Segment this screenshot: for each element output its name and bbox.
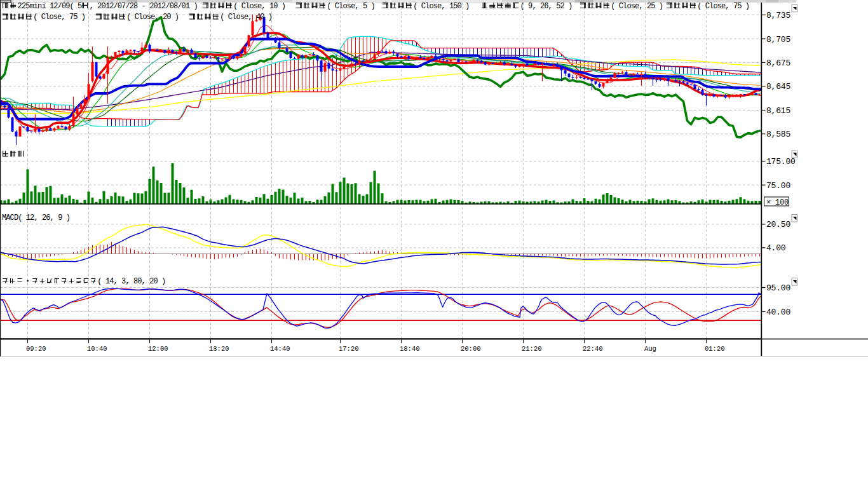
svg-text:8,705: 8,705: [766, 35, 790, 44]
svg-text:( Close, 25 ): ( Close, 25 ): [611, 2, 663, 11]
svg-text:14:40: 14:40: [270, 345, 290, 353]
svg-text:10:40: 10:40: [87, 345, 107, 353]
svg-text:( Close, 10 ): ( Close, 10 ): [233, 2, 285, 11]
svg-text:12:00: 12:00: [148, 345, 168, 353]
svg-text:8,585: 8,585: [766, 130, 790, 139]
svg-text:( 14, 3, 80, 20 ): ( 14, 3, 80, 20 ): [97, 277, 165, 286]
svg-text:( Close, 20 ): ( Close, 20 ): [126, 13, 179, 22]
svg-text:40.00: 40.00: [766, 308, 790, 317]
svg-text:95.00: 95.00: [766, 283, 790, 293]
svg-text:( 9, 26, 52 ): ( 9, 26, 52 ): [520, 2, 573, 11]
svg-text:× 100: × 100: [766, 198, 789, 207]
svg-text:20.50: 20.50: [766, 220, 790, 229]
svg-text:17:20: 17:20: [339, 345, 359, 353]
svg-text:8,735: 8,735: [766, 11, 790, 20]
svg-text:MACD( 12, 26, 9 ): MACD( 12, 26, 9 ): [2, 214, 70, 222]
svg-text:21:20: 21:20: [522, 345, 542, 353]
svg-text:Aug: Aug: [644, 345, 656, 353]
svg-text:175.00: 175.00: [766, 157, 796, 166]
svg-text:225mini 12/09( 5: 225mini 12/09( 5: [18, 2, 83, 11]
svg-text:8,645: 8,645: [766, 82, 790, 92]
svg-text:01:20: 01:20: [705, 345, 725, 353]
svg-text:22:40: 22:40: [583, 345, 603, 353]
svg-text:20:00: 20:00: [461, 345, 481, 353]
svg-text:( Close, 150 ): ( Close, 150 ): [413, 2, 469, 11]
svg-text:( Close, 5 ): ( Close, 5 ): [327, 2, 375, 11]
svg-text:09:20: 09:20: [26, 345, 46, 353]
svg-text:( Close, 75 ): ( Close, 75 ): [33, 13, 85, 22]
svg-text:8,615: 8,615: [766, 106, 790, 116]
svg-text:, 2012/07/28 - 2012/08/01 ): , 2012/07/28 - 2012/08/01 ): [90, 2, 198, 11]
svg-text:75.00: 75.00: [766, 181, 790, 191]
svg-text:( Close, 75 ): ( Close, 75 ): [697, 2, 749, 11]
svg-text:( Close, 40 ): ( Close, 40 ): [220, 13, 272, 22]
svg-text:8,675: 8,675: [766, 58, 790, 68]
svg-text:18:40: 18:40: [400, 345, 420, 353]
svg-text:13:20: 13:20: [209, 345, 229, 353]
svg-text:4.00: 4.00: [766, 243, 785, 253]
